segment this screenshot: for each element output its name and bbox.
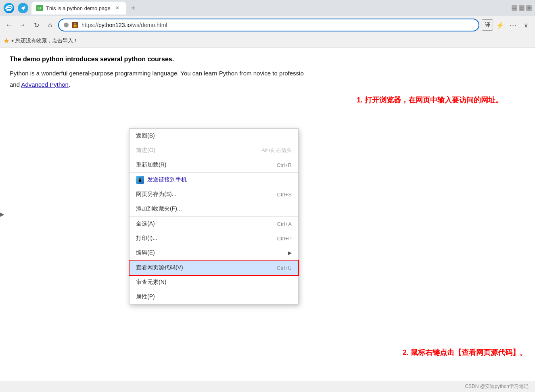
menu-item-reload[interactable]: 重新加载(R) Ctrl+R	[130, 158, 298, 172]
svg-point-0	[4, 3, 14, 13]
url-domain: python123.io	[98, 22, 131, 28]
active-tab[interactable]: ⊡ This is a python demo page ✕	[31, 2, 126, 15]
chevron-down-button[interactable]: ∨	[520, 19, 532, 31]
menu-item-encoding[interactable]: 编码(E) ▶	[130, 246, 298, 260]
menu-item-view-source[interactable]: 查看网页源代码(V) Ctrl+U	[130, 261, 298, 275]
menu-item-inspect[interactable]: 审查元素(N)	[130, 275, 298, 290]
telegram-icon	[18, 3, 28, 13]
encoding-submenu-arrow: ▶	[288, 250, 292, 256]
menu-item-properties[interactable]: 属性(P)	[130, 290, 298, 304]
menu-group-tools: 全选(A) Ctrl+A 打印(I)... Ctrl+P 编码(E) ▶	[130, 217, 298, 261]
menu-item-save-shortcut: Ctrl+S	[277, 192, 292, 198]
tab-favicon: ⊡	[36, 5, 43, 11]
annotation-2: 2. 鼠标右键点击【查看网页源代码】。	[403, 348, 527, 357]
paragraph-text-start: Python is a wonderful general-purpose pr…	[10, 70, 304, 77]
site-info-icon	[64, 23, 69, 27]
menu-item-save-as-label: 网页另存为(S)...	[136, 191, 277, 198]
menu-item-back[interactable]: 返回(B)	[130, 129, 298, 143]
maximize-button[interactable]: □	[519, 5, 525, 11]
browser-window: ⊡ This is a python demo page ✕ + — □ ✕ ←…	[0, 0, 535, 392]
tab-close-button[interactable]: ✕	[114, 4, 121, 12]
address-bar[interactable]: 🔒 https://python123.io/ws/demo.html	[58, 19, 479, 31]
page-paragraph-2: and Advanced Python.	[10, 80, 525, 90]
send-to-phone-icon: 📱	[136, 176, 144, 184]
nav-actions: 译 ⚡ ··· ∨	[482, 19, 532, 31]
new-tab-button[interactable]: +	[127, 2, 139, 14]
menu-item-view-source-shortcut: Ctrl+U	[277, 265, 292, 271]
footer-attribution: CSDN @安迪python学习笔记	[465, 383, 529, 390]
advanced-python-link[interactable]: Advanced Python	[21, 81, 69, 88]
page-paragraph: Python is a wonderful general-purpose pr…	[10, 69, 525, 78]
bookmark-star-icon: ★	[3, 36, 10, 45]
bookmarks-bar: ★ ▾ 您还没有收藏，点击导入！	[0, 34, 535, 48]
page-heading: The demo python introduces several pytho…	[10, 56, 525, 63]
bookmark-prompt-text: 您还没有收藏，点击导入！	[15, 37, 78, 44]
menu-item-encoding-label: 编码(E)	[136, 249, 288, 256]
menu-group-share: 📱 发送链接到手机 网页另存为(S)... Ctrl+S 添加到收藏夹(F)..…	[130, 173, 298, 217]
menu-item-send-label: 发送链接到手机	[147, 176, 292, 183]
menu-item-fav-label: 添加到收藏夹(F)...	[136, 205, 292, 213]
menu-item-forward-shortcut: Alt+向右箭头	[261, 147, 292, 154]
edge-browser-icon	[3, 2, 15, 14]
menu-item-properties-label: 属性(P)	[136, 293, 292, 300]
minimize-button[interactable]: —	[512, 5, 517, 11]
menu-item-print-label: 打印(I)...	[136, 235, 277, 242]
menu-group-dev: 查看网页源代码(V) Ctrl+U 审查元素(N) 属性(P)	[130, 261, 298, 304]
refresh-button[interactable]: ↻	[31, 19, 42, 31]
menu-item-save-as[interactable]: 网页另存为(S)... Ctrl+S	[130, 187, 298, 202]
menu-item-inspect-label: 审查元素(N)	[136, 279, 292, 286]
home-button[interactable]: ⌂	[44, 19, 56, 31]
tab-title: This is a python demo page	[46, 5, 111, 11]
paragraph-text-end: and	[10, 81, 21, 88]
menu-item-forward-label: 前进(O)	[136, 147, 261, 154]
address-text[interactable]: https://python123.io/ws/demo.html	[82, 22, 474, 28]
context-menu: 返回(B) 前进(O) Alt+向右箭头 重新加载(R) Ctrl+R 📱 发送…	[129, 128, 299, 304]
menu-item-reload-label: 重新加载(R)	[136, 161, 277, 169]
menu-item-reload-shortcut: Ctrl+R	[277, 162, 292, 168]
menu-item-back-label: 返回(B)	[136, 132, 292, 140]
menu-item-forward: 前进(O) Alt+向右箭头	[130, 143, 298, 158]
close-button[interactable]: ✕	[526, 5, 532, 11]
menu-item-add-favorite[interactable]: 添加到收藏夹(F)...	[130, 202, 298, 216]
page-body: The demo python introduces several pytho…	[0, 48, 535, 99]
menu-item-select-all-shortcut: Ctrl+A	[277, 221, 292, 227]
page-content: 1. 打开浏览器，在网页中输入要访问的网址。 The demo python i…	[0, 48, 535, 381]
paragraph-period: .	[69, 81, 70, 88]
menu-item-view-source-label: 查看网页源代码(V)	[136, 264, 277, 271]
more-button[interactable]: ···	[508, 19, 519, 31]
url-protocol: https://	[82, 22, 98, 28]
menu-group-navigation: 返回(B) 前进(O) Alt+向右箭头 重新加载(R) Ctrl+R	[130, 129, 298, 173]
lock-icon: 🔒	[72, 22, 78, 28]
menu-item-print-shortcut: Ctrl+P	[277, 236, 292, 242]
footer: CSDN @安迪python学习笔记	[0, 381, 535, 392]
title-bar: ⊡ This is a python demo page ✕ + — □ ✕	[0, 0, 535, 16]
bookmark-arrow-icon: ▾	[11, 38, 14, 44]
menu-item-select-all[interactable]: 全选(A) Ctrl+A	[130, 217, 298, 231]
menu-item-send-to-phone[interactable]: 📱 发送链接到手机	[130, 173, 298, 187]
menu-item-print[interactable]: 打印(I)... Ctrl+P	[130, 231, 298, 246]
tab-bar: ⊡ This is a python demo page ✕ +	[31, 2, 505, 15]
menu-item-select-all-label: 全选(A)	[136, 220, 277, 227]
navigation-bar: ← → ↻ ⌂ 🔒 https://python123.io/ws/demo.h…	[0, 16, 535, 34]
forward-button[interactable]: →	[17, 19, 28, 31]
url-path: /ws/demo.html	[131, 22, 167, 28]
left-arrow-indicator: ▶	[0, 211, 4, 217]
translate-button[interactable]: 译	[482, 19, 493, 31]
lightning-button[interactable]: ⚡	[495, 19, 506, 31]
back-button[interactable]: ←	[3, 19, 15, 31]
